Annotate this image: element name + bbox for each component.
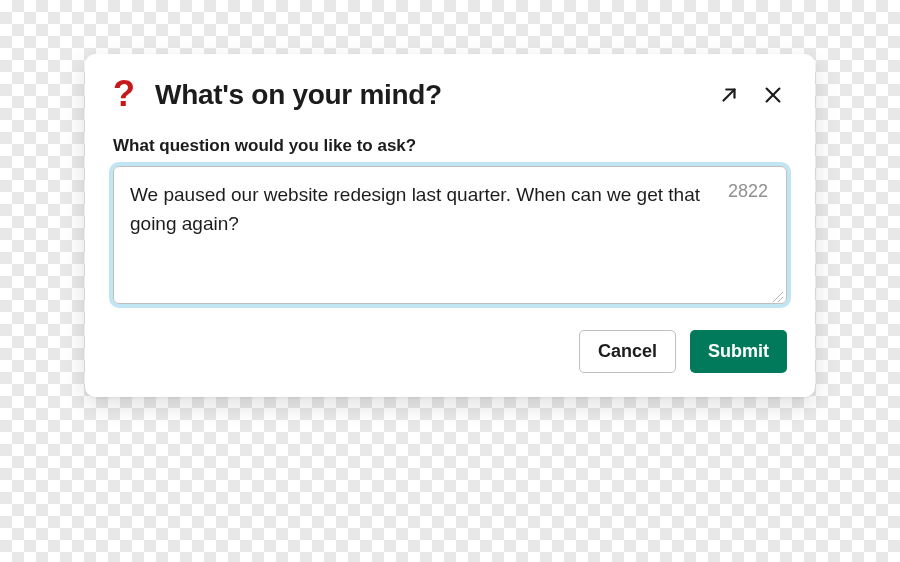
- expand-icon[interactable]: [715, 81, 743, 109]
- svg-line-0: [724, 90, 735, 101]
- modal-title: What's on your mind?: [155, 79, 715, 111]
- modal-footer: Cancel Submit: [113, 330, 787, 373]
- question-textarea[interactable]: We paused our website redesign last quar…: [113, 166, 787, 304]
- resize-handle-icon[interactable]: [771, 288, 783, 300]
- close-icon[interactable]: [759, 81, 787, 109]
- svg-line-3: [773, 292, 783, 302]
- submit-button[interactable]: Submit: [690, 330, 787, 373]
- question-mark-icon: ?: [113, 76, 135, 112]
- modal-dialog: ? What's on your mind? What question wou…: [85, 54, 815, 397]
- modal-header: ? What's on your mind?: [113, 78, 787, 112]
- svg-line-4: [778, 297, 783, 302]
- field-label: What question would you like to ask?: [113, 136, 787, 156]
- char-counter: 2822: [728, 181, 768, 202]
- header-actions: [715, 81, 787, 109]
- textarea-content[interactable]: We paused our website redesign last quar…: [130, 181, 770, 281]
- cancel-button[interactable]: Cancel: [579, 330, 676, 373]
